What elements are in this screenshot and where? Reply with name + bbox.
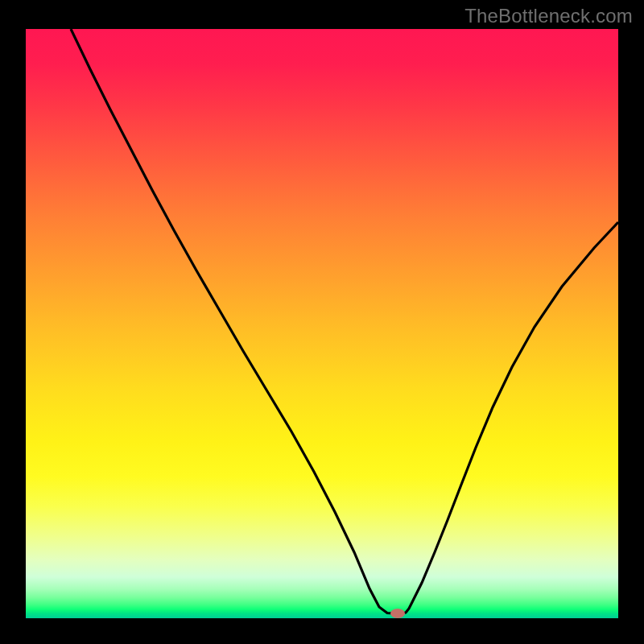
chart-frame: TheBottleneck.com (0, 0, 644, 644)
bottleneck-curve (71, 29, 618, 613)
watermark-text: TheBottleneck.com (464, 5, 633, 27)
plot-area (26, 29, 618, 618)
minimum-marker (390, 609, 405, 618)
chart-svg (26, 29, 618, 618)
